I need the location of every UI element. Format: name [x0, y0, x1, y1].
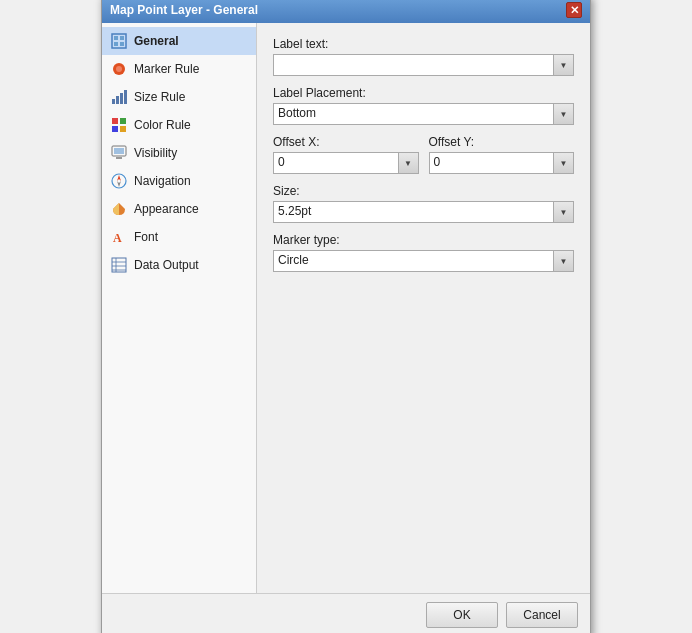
svg-rect-10 [124, 90, 127, 104]
offset-x-value: 0 [274, 153, 398, 173]
sidebar-item-visibility[interactable]: Visibility [102, 139, 256, 167]
dialog-title: Map Point Layer - General [110, 3, 258, 17]
size-rule-icon [110, 88, 128, 106]
sidebar-item-data-output[interactable]: Data Output [102, 251, 256, 279]
sidebar-item-size-rule-label: Size Rule [134, 90, 185, 104]
sidebar-item-navigation[interactable]: Navigation [102, 167, 256, 195]
sidebar: General Marker Rule [102, 23, 257, 593]
dialog-body: General Marker Rule [102, 23, 590, 593]
label-placement-label: Label Placement: [273, 86, 574, 100]
title-bar: Map Point Layer - General ✕ [102, 0, 590, 23]
size-dropdown[interactable]: 5.25pt [273, 201, 574, 223]
label-placement-value: Bottom [274, 104, 553, 124]
offset-x-label: Offset X: [273, 135, 419, 149]
sidebar-item-marker-rule[interactable]: Marker Rule [102, 55, 256, 83]
label-text-label: Label text: [273, 37, 574, 51]
sidebar-item-appearance-label: Appearance [134, 202, 199, 216]
svg-rect-4 [120, 42, 124, 46]
visibility-icon [110, 144, 128, 162]
offset-y-dropdown[interactable]: 0 [429, 152, 575, 174]
marker-type-dropdown[interactable]: Circle [273, 250, 574, 272]
marker-rule-icon [110, 60, 128, 78]
offset-x-col: Offset X: 0 [273, 135, 419, 174]
sidebar-item-font[interactable]: A Font [102, 223, 256, 251]
label-text-value [274, 55, 553, 75]
sidebar-item-size-rule[interactable]: Size Rule [102, 83, 256, 111]
svg-rect-17 [116, 157, 122, 159]
svg-rect-2 [120, 36, 124, 40]
label-text-dropdown[interactable] [273, 54, 574, 76]
size-dropdown-btn[interactable] [553, 202, 573, 222]
svg-rect-11 [112, 118, 118, 124]
size-group: Size: 5.25pt [273, 184, 574, 223]
svg-rect-18 [115, 156, 123, 157]
dialog-window: Map Point Layer - General ✕ General [101, 0, 591, 633]
marker-type-value: Circle [274, 251, 553, 271]
offset-y-value: 0 [430, 153, 554, 173]
svg-rect-12 [120, 118, 126, 124]
offset-y-col: Offset Y: 0 [429, 135, 575, 174]
label-text-dropdown-btn[interactable] [553, 55, 573, 75]
sidebar-item-color-rule[interactable]: Color Rule [102, 111, 256, 139]
main-content: Label text: Label Placement: Bottom O [257, 23, 590, 593]
marker-type-dropdown-btn[interactable] [553, 251, 573, 271]
svg-marker-20 [117, 175, 121, 181]
cancel-button[interactable]: Cancel [506, 602, 578, 628]
svg-rect-14 [120, 126, 126, 132]
svg-text:A: A [113, 231, 122, 245]
dialog-footer: OK Cancel [102, 593, 590, 633]
marker-type-label: Marker type: [273, 233, 574, 247]
svg-marker-21 [117, 181, 121, 187]
label-placement-dropdown-btn[interactable] [553, 104, 573, 124]
sidebar-item-data-output-label: Data Output [134, 258, 199, 272]
label-placement-group: Label Placement: Bottom [273, 86, 574, 125]
sidebar-item-general-label: General [134, 34, 179, 48]
svg-rect-3 [114, 42, 118, 46]
size-label: Size: [273, 184, 574, 198]
close-button[interactable]: ✕ [566, 2, 582, 18]
offset-x-dropdown[interactable]: 0 [273, 152, 419, 174]
svg-rect-7 [112, 99, 115, 104]
offset-group: Offset X: 0 Offset Y: 0 [273, 135, 574, 174]
svg-rect-9 [120, 93, 123, 104]
sidebar-item-appearance[interactable]: Appearance [102, 195, 256, 223]
offset-y-label: Offset Y: [429, 135, 575, 149]
sidebar-item-marker-rule-label: Marker Rule [134, 62, 199, 76]
offset-x-dropdown-btn[interactable] [398, 153, 418, 173]
offset-row: Offset X: 0 Offset Y: 0 [273, 135, 574, 174]
label-placement-dropdown[interactable]: Bottom [273, 103, 574, 125]
sidebar-item-visibility-label: Visibility [134, 146, 177, 160]
appearance-icon [110, 200, 128, 218]
svg-rect-1 [114, 36, 118, 40]
svg-point-6 [116, 66, 122, 72]
sidebar-item-font-label: Font [134, 230, 158, 244]
svg-rect-8 [116, 96, 119, 104]
ok-button[interactable]: OK [426, 602, 498, 628]
sidebar-item-general[interactable]: General [102, 27, 256, 55]
label-text-group: Label text: [273, 37, 574, 76]
svg-rect-13 [112, 126, 118, 132]
data-output-icon [110, 256, 128, 274]
navigation-icon [110, 172, 128, 190]
font-icon: A [110, 228, 128, 246]
marker-type-group: Marker type: Circle [273, 233, 574, 272]
color-rule-icon [110, 116, 128, 134]
svg-rect-16 [114, 148, 124, 154]
sidebar-item-color-rule-label: Color Rule [134, 118, 191, 132]
offset-y-dropdown-btn[interactable] [553, 153, 573, 173]
size-value: 5.25pt [274, 202, 553, 222]
general-icon [110, 32, 128, 50]
sidebar-item-navigation-label: Navigation [134, 174, 191, 188]
